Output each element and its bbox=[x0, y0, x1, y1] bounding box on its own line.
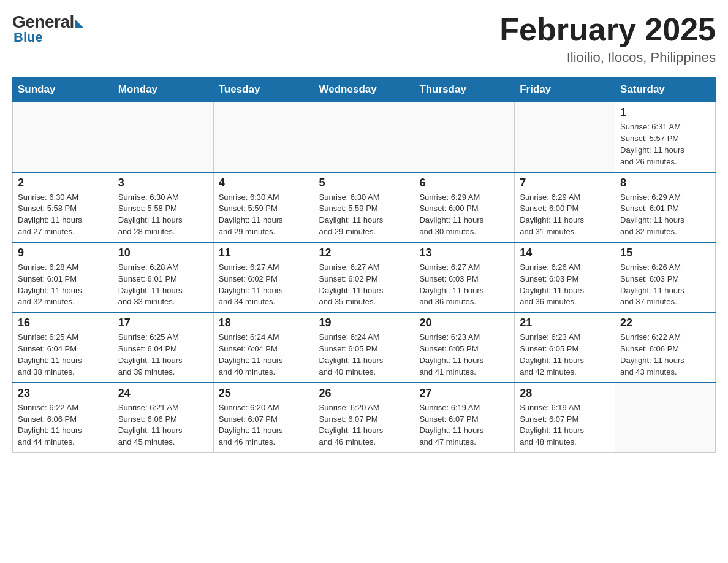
day-number: 25 bbox=[219, 387, 309, 400]
day-number: 22 bbox=[620, 316, 710, 329]
day-number: 12 bbox=[319, 247, 409, 259]
calendar-day-cell: 21Sunrise: 6:23 AM Sunset: 6:05 PM Dayli… bbox=[515, 312, 615, 382]
day-info: Sunrise: 6:29 AM Sunset: 6:01 PM Dayligh… bbox=[620, 192, 710, 238]
day-info: Sunrise: 6:22 AM Sunset: 6:06 PM Dayligh… bbox=[18, 402, 108, 448]
logo-blue-text: Blue bbox=[13, 29, 43, 45]
calendar-day-cell bbox=[213, 102, 314, 172]
day-of-week-header: Sunday bbox=[13, 77, 113, 102]
calendar-week-row: 2Sunrise: 6:30 AM Sunset: 5:58 PM Daylig… bbox=[13, 172, 716, 242]
calendar-day-cell: 6Sunrise: 6:29 AM Sunset: 6:00 PM Daylig… bbox=[414, 172, 515, 242]
day-info: Sunrise: 6:29 AM Sunset: 6:00 PM Dayligh… bbox=[520, 192, 610, 238]
calendar-day-cell: 14Sunrise: 6:26 AM Sunset: 6:03 PM Dayli… bbox=[515, 242, 615, 312]
day-number: 8 bbox=[620, 177, 710, 190]
day-number: 10 bbox=[118, 247, 208, 259]
calendar-day-cell: 9Sunrise: 6:28 AM Sunset: 6:01 PM Daylig… bbox=[13, 242, 113, 312]
day-number: 4 bbox=[219, 177, 309, 190]
day-info: Sunrise: 6:20 AM Sunset: 6:07 PM Dayligh… bbox=[319, 402, 409, 448]
day-of-week-header: Thursday bbox=[414, 77, 515, 102]
day-number: 7 bbox=[520, 177, 610, 190]
calendar-day-cell: 8Sunrise: 6:29 AM Sunset: 6:01 PM Daylig… bbox=[615, 172, 716, 242]
calendar-day-cell: 4Sunrise: 6:30 AM Sunset: 5:59 PM Daylig… bbox=[213, 172, 314, 242]
calendar-day-cell: 19Sunrise: 6:24 AM Sunset: 6:05 PM Dayli… bbox=[314, 312, 414, 382]
day-number: 2 bbox=[18, 177, 108, 190]
calendar-day-cell: 23Sunrise: 6:22 AM Sunset: 6:06 PM Dayli… bbox=[13, 383, 113, 453]
calendar-week-row: 9Sunrise: 6:28 AM Sunset: 6:01 PM Daylig… bbox=[13, 242, 716, 312]
day-of-week-header: Friday bbox=[515, 77, 615, 102]
day-info: Sunrise: 6:23 AM Sunset: 6:05 PM Dayligh… bbox=[419, 332, 509, 378]
logo: General Blue bbox=[12, 12, 84, 45]
day-number: 6 bbox=[419, 177, 509, 190]
calendar-week-row: 23Sunrise: 6:22 AM Sunset: 6:06 PM Dayli… bbox=[13, 383, 716, 453]
day-info: Sunrise: 6:27 AM Sunset: 6:02 PM Dayligh… bbox=[319, 262, 409, 308]
calendar-day-cell bbox=[314, 102, 414, 172]
calendar-day-cell: 7Sunrise: 6:29 AM Sunset: 6:00 PM Daylig… bbox=[515, 172, 615, 242]
day-number: 3 bbox=[118, 177, 208, 190]
month-title: February 2025 bbox=[499, 12, 716, 47]
day-number: 24 bbox=[118, 387, 208, 400]
day-number: 18 bbox=[219, 316, 309, 329]
day-info: Sunrise: 6:24 AM Sunset: 6:04 PM Dayligh… bbox=[219, 332, 309, 378]
day-info: Sunrise: 6:28 AM Sunset: 6:01 PM Dayligh… bbox=[118, 262, 208, 308]
calendar-day-cell: 2Sunrise: 6:30 AM Sunset: 5:58 PM Daylig… bbox=[13, 172, 113, 242]
calendar-day-cell: 22Sunrise: 6:22 AM Sunset: 6:06 PM Dayli… bbox=[615, 312, 716, 382]
day-info: Sunrise: 6:30 AM Sunset: 5:59 PM Dayligh… bbox=[219, 192, 309, 238]
calendar-day-cell bbox=[113, 102, 213, 172]
location-text: Ilioilio, Ilocos, Philippines bbox=[499, 50, 716, 66]
calendar-day-cell: 12Sunrise: 6:27 AM Sunset: 6:02 PM Dayli… bbox=[314, 242, 414, 312]
day-number: 28 bbox=[520, 387, 610, 400]
day-info: Sunrise: 6:21 AM Sunset: 6:06 PM Dayligh… bbox=[118, 402, 208, 448]
day-info: Sunrise: 6:25 AM Sunset: 6:04 PM Dayligh… bbox=[118, 332, 208, 378]
calendar-day-cell: 24Sunrise: 6:21 AM Sunset: 6:06 PM Dayli… bbox=[113, 383, 213, 453]
calendar-day-cell: 26Sunrise: 6:20 AM Sunset: 6:07 PM Dayli… bbox=[314, 383, 414, 453]
day-info: Sunrise: 6:25 AM Sunset: 6:04 PM Dayligh… bbox=[18, 332, 108, 378]
day-info: Sunrise: 6:26 AM Sunset: 6:03 PM Dayligh… bbox=[620, 262, 710, 308]
day-info: Sunrise: 6:29 AM Sunset: 6:00 PM Dayligh… bbox=[419, 192, 509, 238]
day-number: 11 bbox=[219, 247, 309, 259]
calendar-table: SundayMondayTuesdayWednesdayThursdayFrid… bbox=[12, 77, 716, 453]
day-info: Sunrise: 6:28 AM Sunset: 6:01 PM Dayligh… bbox=[18, 262, 108, 308]
day-info: Sunrise: 6:22 AM Sunset: 6:06 PM Dayligh… bbox=[620, 332, 710, 378]
day-number: 26 bbox=[319, 387, 409, 400]
day-number: 13 bbox=[419, 247, 509, 259]
calendar-day-cell bbox=[414, 102, 515, 172]
day-info: Sunrise: 6:26 AM Sunset: 6:03 PM Dayligh… bbox=[520, 262, 610, 308]
logo-arrow-icon bbox=[75, 20, 84, 28]
calendar-day-cell: 27Sunrise: 6:19 AM Sunset: 6:07 PM Dayli… bbox=[414, 383, 515, 453]
day-info: Sunrise: 6:19 AM Sunset: 6:07 PM Dayligh… bbox=[419, 402, 509, 448]
title-area: February 2025 Ilioilio, Ilocos, Philippi… bbox=[499, 12, 716, 66]
calendar-day-cell: 3Sunrise: 6:30 AM Sunset: 5:58 PM Daylig… bbox=[113, 172, 213, 242]
day-info: Sunrise: 6:24 AM Sunset: 6:05 PM Dayligh… bbox=[319, 332, 409, 378]
day-info: Sunrise: 6:23 AM Sunset: 6:05 PM Dayligh… bbox=[520, 332, 610, 378]
calendar-day-cell: 18Sunrise: 6:24 AM Sunset: 6:04 PM Dayli… bbox=[213, 312, 314, 382]
day-info: Sunrise: 6:27 AM Sunset: 6:03 PM Dayligh… bbox=[419, 262, 509, 308]
day-number: 23 bbox=[18, 387, 108, 400]
day-of-week-header: Tuesday bbox=[213, 77, 314, 102]
day-info: Sunrise: 6:20 AM Sunset: 6:07 PM Dayligh… bbox=[219, 402, 309, 448]
day-number: 27 bbox=[419, 387, 509, 400]
day-info: Sunrise: 6:27 AM Sunset: 6:02 PM Dayligh… bbox=[219, 262, 309, 308]
day-number: 16 bbox=[18, 316, 108, 329]
calendar-week-row: 1Sunrise: 6:31 AM Sunset: 5:57 PM Daylig… bbox=[13, 102, 716, 172]
calendar-day-cell bbox=[13, 102, 113, 172]
day-of-week-header: Monday bbox=[113, 77, 213, 102]
day-of-week-header: Saturday bbox=[615, 77, 716, 102]
calendar-day-cell: 20Sunrise: 6:23 AM Sunset: 6:05 PM Dayli… bbox=[414, 312, 515, 382]
day-info: Sunrise: 6:19 AM Sunset: 6:07 PM Dayligh… bbox=[520, 402, 610, 448]
calendar-day-cell: 17Sunrise: 6:25 AM Sunset: 6:04 PM Dayli… bbox=[113, 312, 213, 382]
calendar-day-cell: 28Sunrise: 6:19 AM Sunset: 6:07 PM Dayli… bbox=[515, 383, 615, 453]
calendar-day-cell: 16Sunrise: 6:25 AM Sunset: 6:04 PM Dayli… bbox=[13, 312, 113, 382]
day-of-week-header: Wednesday bbox=[314, 77, 414, 102]
calendar-day-cell: 1Sunrise: 6:31 AM Sunset: 5:57 PM Daylig… bbox=[615, 102, 716, 172]
calendar-day-cell: 25Sunrise: 6:20 AM Sunset: 6:07 PM Dayli… bbox=[213, 383, 314, 453]
calendar-day-cell: 15Sunrise: 6:26 AM Sunset: 6:03 PM Dayli… bbox=[615, 242, 716, 312]
calendar-day-cell: 10Sunrise: 6:28 AM Sunset: 6:01 PM Dayli… bbox=[113, 242, 213, 312]
calendar-day-cell: 5Sunrise: 6:30 AM Sunset: 5:59 PM Daylig… bbox=[314, 172, 414, 242]
day-info: Sunrise: 6:31 AM Sunset: 5:57 PM Dayligh… bbox=[620, 121, 710, 167]
day-number: 19 bbox=[319, 316, 409, 329]
day-number: 9 bbox=[18, 247, 108, 259]
calendar-day-cell bbox=[615, 383, 716, 453]
day-info: Sunrise: 6:30 AM Sunset: 5:59 PM Dayligh… bbox=[319, 192, 409, 238]
day-number: 21 bbox=[520, 316, 610, 329]
page-header: General Blue February 2025 Ilioilio, Ilo… bbox=[12, 12, 716, 66]
calendar-day-cell bbox=[515, 102, 615, 172]
